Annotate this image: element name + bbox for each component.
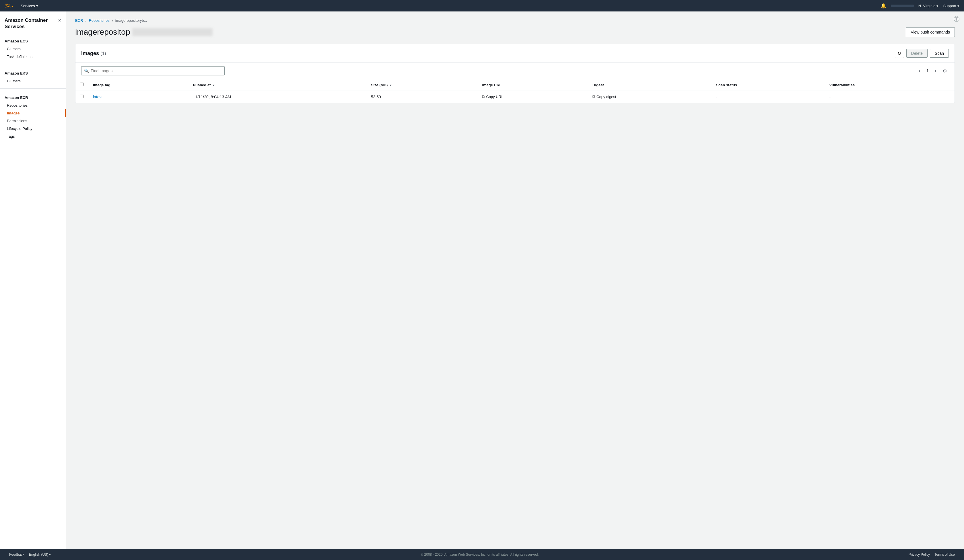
- col-size-mb[interactable]: Size (MB) ▾: [366, 79, 478, 91]
- sidebar-divider-2: [0, 88, 66, 89]
- info-icon[interactable]: ⓘ: [954, 16, 959, 22]
- page-header: imagerepositор View push commands: [75, 27, 955, 37]
- cell-pushed-at: 11/11/20, 8:04:13 AM: [188, 91, 366, 103]
- nav-right-section: 🔔 N. Virginia ▾ Support ▾: [881, 3, 959, 9]
- breadcrumb-ecr[interactable]: ECR: [75, 18, 83, 23]
- sidebar-item-ecr-repositories[interactable]: Repositories: [0, 102, 66, 109]
- pagination: ‹ 1 › ⚙: [915, 67, 949, 75]
- sidebar-item-ecr-permissions[interactable]: Permissions: [0, 117, 66, 125]
- services-menu-button[interactable]: Services ▾: [21, 4, 38, 8]
- breadcrumb-current: imagerepositoryb...: [116, 18, 147, 23]
- breadcrumb-sep-1: ›: [85, 19, 86, 23]
- copy-digest-button[interactable]: ⧉ Copy digest: [593, 94, 616, 99]
- sidebar-item-ecr-lifecycle-policy[interactable]: Lifecycle Policy: [0, 125, 66, 133]
- table-title: Images (1): [81, 50, 106, 57]
- footer-copyright: © 2008 - 2020, Amazon Web Services, Inc.…: [51, 552, 908, 557]
- cell-scan-status: -: [712, 91, 825, 103]
- breadcrumb-sep-2: ›: [112, 19, 113, 23]
- row-checkbox[interactable]: [80, 95, 84, 98]
- search-input[interactable]: [81, 66, 225, 75]
- notifications-bell[interactable]: 🔔: [881, 3, 886, 9]
- table-actions: ↻ Delete Scan: [895, 49, 949, 58]
- search-input-wrap: 🔍: [81, 66, 225, 75]
- cell-size-mb: 53.59: [366, 91, 478, 103]
- col-vulnerabilities: Vulnerabilities: [825, 79, 955, 91]
- prev-page-button[interactable]: ‹: [915, 67, 923, 75]
- copy-digest-icon: ⧉: [593, 94, 595, 99]
- delete-button[interactable]: Delete: [906, 49, 928, 58]
- table-count: (1): [100, 51, 106, 56]
- table-row: latest 11/11/20, 8:04:13 AM 53.59 ⧉ Copy…: [75, 91, 954, 103]
- main-content: ECR › Repositories › imagerepositoryb...…: [66, 11, 964, 110]
- select-all-checkbox[interactable]: [80, 83, 84, 86]
- view-push-commands-button[interactable]: View push commands: [906, 27, 955, 37]
- terms-of-use-link[interactable]: Terms of Use: [935, 552, 955, 557]
- footer: Feedback English (US) ▾ © 2008 - 2020, A…: [0, 549, 964, 560]
- col-image-uri: Image URI: [477, 79, 588, 91]
- privacy-policy-link[interactable]: Privacy Policy: [909, 552, 930, 557]
- sidebar-section-ecs-title: Amazon ECS: [0, 36, 66, 45]
- table-card-header: Images (1) ↻ Delete Scan: [75, 44, 954, 63]
- sidebar-close-button[interactable]: ×: [58, 18, 61, 23]
- col-digest: Digest: [588, 79, 712, 91]
- feedback-link[interactable]: Feedback: [9, 552, 24, 557]
- search-icon: 🔍: [84, 68, 89, 73]
- page-title: imagerepositор: [75, 28, 213, 37]
- cell-image-tag: latest: [88, 91, 188, 103]
- sidebar-section-eks-title: Amazon EKS: [0, 68, 66, 77]
- sidebar-header: Amazon Container Services ×: [0, 17, 66, 36]
- account-name-blurred: [891, 5, 914, 7]
- sidebar-divider-1: [0, 64, 66, 64]
- col-image-tag: Image tag: [88, 79, 188, 91]
- copy-uri-icon: ⧉: [482, 94, 485, 99]
- page-title-blurred: [132, 28, 213, 36]
- refresh-button[interactable]: ↻: [895, 49, 904, 58]
- sidebar-item-eks-clusters[interactable]: Clusters: [0, 77, 66, 85]
- page-number: 1: [925, 68, 930, 73]
- page-title-text: imagerepositор: [75, 28, 130, 37]
- cell-digest: ⧉ Copy digest: [588, 91, 712, 103]
- region-selector[interactable]: N. Virginia ▾: [918, 4, 939, 8]
- row-checkbox-cell: [75, 91, 88, 103]
- sidebar-section-ecr-title: Amazon ECR: [0, 92, 66, 102]
- sidebar-item-ecr-tags[interactable]: Tags: [0, 133, 66, 140]
- footer-right: Privacy Policy Terms of Use: [909, 552, 955, 557]
- language-selector[interactable]: English (US) ▾: [29, 552, 51, 557]
- sidebar-item-ecr-images[interactable]: Images: [0, 109, 66, 117]
- top-navigation: aws Services ▾ 🔔 N. Virginia ▾ Support ▾: [0, 0, 964, 11]
- support-menu[interactable]: Support ▾: [943, 4, 959, 8]
- sidebar-item-ecs-clusters[interactable]: Clusters: [0, 45, 66, 53]
- images-table-card: Images (1) ↻ Delete Scan 🔍: [75, 44, 955, 103]
- sidebar: Amazon Container Services × Amazon ECS C…: [0, 11, 66, 549]
- account-menu[interactable]: [891, 5, 914, 7]
- sidebar-item-ecs-task-definitions[interactable]: Task definitions: [0, 53, 66, 60]
- aws-logo[interactable]: aws: [5, 3, 15, 9]
- content-wrapper: ECR › Repositories › imagerepositoryb...…: [66, 11, 964, 549]
- svg-text:aws: aws: [5, 3, 10, 6]
- col-pushed-at[interactable]: Pushed at ▾: [188, 79, 366, 91]
- table-header-row: Image tag Pushed at ▾ Size (MB) ▾ Image …: [75, 79, 954, 91]
- cell-vulnerabilities: -: [825, 91, 955, 103]
- select-all-checkbox-header: [75, 79, 88, 91]
- images-data-table: Image tag Pushed at ▾ Size (MB) ▾ Image …: [75, 79, 954, 103]
- image-tag-link[interactable]: latest: [93, 95, 103, 99]
- scan-button[interactable]: Scan: [930, 49, 949, 58]
- col-scan-status: Scan status: [712, 79, 825, 91]
- breadcrumb-repositories[interactable]: Repositories: [89, 18, 109, 23]
- search-bar-wrap: 🔍 ‹ 1 › ⚙: [75, 63, 954, 79]
- table-settings-button[interactable]: ⚙: [941, 67, 949, 75]
- next-page-button[interactable]: ›: [931, 67, 940, 75]
- copy-uri-button[interactable]: ⧉ Copy URI: [482, 94, 502, 99]
- cell-image-uri: ⧉ Copy URI: [477, 91, 588, 103]
- breadcrumb: ECR › Repositories › imagerepositoryb...: [75, 18, 955, 23]
- footer-left: Feedback English (US) ▾: [9, 552, 51, 557]
- main-layout: Amazon Container Services × Amazon ECS C…: [0, 11, 964, 549]
- sidebar-title: Amazon Container Services: [5, 17, 58, 30]
